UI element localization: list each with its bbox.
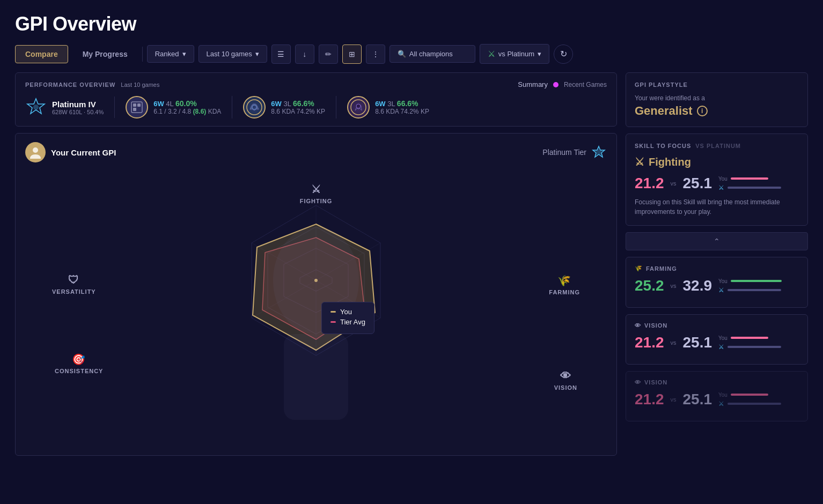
vision-2-bar-you-label: You bbox=[718, 392, 728, 398]
fighting-score-bars: You ⚔ bbox=[718, 176, 781, 191]
rank-icon bbox=[25, 97, 47, 118]
tooltip-you-row: You bbox=[330, 308, 365, 316]
refresh-button[interactable]: ↻ bbox=[554, 45, 573, 64]
svg-rect-5 bbox=[133, 108, 136, 111]
vision-2-score-vs: vs bbox=[671, 396, 677, 403]
fighting-icon: ⚔ bbox=[311, 183, 321, 196]
ranked-dropdown[interactable]: Ranked ▾ bbox=[147, 45, 194, 63]
rank-name: Platinum IV bbox=[52, 100, 104, 109]
vision-2-bar-avg bbox=[728, 403, 781, 405]
toolbar: Compare My Progress Ranked ▾ Last 10 gam… bbox=[15, 44, 808, 64]
fighting-score-vs: vs bbox=[671, 180, 677, 187]
vision-bar-avg-row: ⚔ bbox=[718, 343, 781, 351]
perf-body: Platinum IV 628W 610L · 50.4% bbox=[25, 96, 607, 118]
performance-overview: PERFORMANCE OVERVIEW Last 10 games Summa… bbox=[15, 72, 617, 127]
perf-header: PERFORMANCE OVERVIEW Last 10 games Summa… bbox=[25, 80, 607, 88]
versatility-label: 🛡 VERSATILITY bbox=[52, 274, 96, 295]
radar-svg bbox=[166, 173, 466, 441]
rank-info: Platinum IV 628W 610L · 50.4% bbox=[52, 100, 104, 115]
vision-2-bar-you-row: You bbox=[718, 392, 781, 398]
tooltip-you-label: You bbox=[340, 308, 352, 316]
wins-1: 6W bbox=[153, 100, 164, 108]
vision-score-avg: 25.1 bbox=[683, 334, 712, 351]
tooltip-avg-dot bbox=[330, 321, 336, 323]
consistency-label: 🎯 CONSISTENCY bbox=[55, 353, 103, 374]
farming-icon: 🌾 bbox=[557, 274, 571, 287]
champ1-kda: 8.6 KDA 74.2% KP bbox=[271, 108, 325, 115]
grid-icon[interactable]: ⊞ bbox=[342, 45, 362, 64]
perf-title: PERFORMANCE OVERVIEW bbox=[25, 81, 115, 88]
vision-card-2: 👁 VISION 21.2 vs 25.1 You ⚔ bbox=[626, 371, 808, 421]
last-10-dropdown[interactable]: Last 10 games ▾ bbox=[199, 45, 267, 63]
fighting-score-avg: 25.1 bbox=[683, 175, 712, 192]
vision-bar-you-row: You bbox=[718, 335, 781, 341]
gpi-playstyle-card: GPI PLAYSTYLE Your were identified as a … bbox=[626, 72, 808, 127]
fighting-bar-you-label: You bbox=[718, 176, 728, 182]
rank-section: Platinum IV 628W 610L · 50.4% bbox=[25, 97, 115, 118]
platinum-tier-label: Platinum Tier bbox=[542, 148, 586, 157]
fighting-bar-you bbox=[731, 177, 768, 180]
champ2-info: 6W 3L 66.6% 8.6 KDA bbox=[375, 99, 429, 115]
compare-tab[interactable]: Compare bbox=[15, 45, 68, 63]
right-panel: GPI PLAYSTYLE Your were identified as a … bbox=[626, 72, 808, 456]
vision-title: 👁 VISION bbox=[635, 322, 799, 329]
champ2-kda: 8.6 KDA 74.2% KP bbox=[375, 108, 429, 115]
fighting-score-you: 21.2 bbox=[635, 175, 664, 192]
vision-bar-you-label: You bbox=[718, 335, 728, 341]
playstyle-info-icon[interactable]: i bbox=[697, 106, 708, 116]
generalist-label: Generalist i bbox=[635, 104, 799, 118]
summary-label[interactable]: Summary bbox=[518, 80, 548, 88]
page-title: GPI Overview bbox=[15, 13, 808, 35]
svg-point-27 bbox=[314, 279, 318, 282]
search-bar[interactable]: 🔍 All champions bbox=[390, 45, 475, 63]
champ2-section: 6W 3L 66.6% 8.6 KDA bbox=[336, 96, 440, 118]
champ1-wl: 6W 3L 66.6% bbox=[271, 99, 325, 108]
svg-point-7 bbox=[252, 105, 256, 109]
vs-platinum-dropdown[interactable]: ⚔ vs Platinum ▾ bbox=[480, 44, 549, 64]
farming-bar-avg-row: ⚔ bbox=[718, 286, 782, 294]
gpi-playstyle-title: GPI PLAYSTYLE bbox=[635, 81, 799, 88]
recent-games-label[interactable]: Recent Games bbox=[564, 81, 607, 88]
losses-1-val: 4L bbox=[166, 100, 173, 108]
fighting-label: ⚔ FIGHTING bbox=[300, 183, 333, 204]
vision-2-score-avg: 25.1 bbox=[683, 391, 712, 408]
perf-header-right: Summary Recent Games bbox=[518, 80, 607, 88]
collapse-button[interactable]: ⌃ bbox=[626, 232, 808, 250]
vision-bar-avg-icon: ⚔ bbox=[718, 343, 724, 351]
farming-score-avg: 32.9 bbox=[683, 277, 712, 294]
champ1-info: 6W 3L 66.6% 8.6 KDA 74.2% bbox=[271, 99, 325, 115]
stat1-info: 6W 4L 60.0% 6.1 / 3.2 / 4.8 (8.6) KDA bbox=[153, 99, 221, 115]
your-gpi: Your Current GPI bbox=[25, 142, 116, 162]
vision-card: 👁 VISION 21.2 vs 25.1 You ⚔ bbox=[626, 314, 808, 365]
vision-2-title: 👁 VISION bbox=[635, 379, 799, 386]
vision-2-score-you: 21.2 bbox=[635, 391, 664, 408]
edit-icon[interactable]: ✏ bbox=[319, 45, 338, 64]
champ1-icon bbox=[243, 96, 266, 118]
champ2-icon bbox=[347, 96, 370, 118]
tooltip-you-dot bbox=[330, 311, 336, 313]
fighting-bar-avg bbox=[728, 187, 781, 189]
perf-header-left: PERFORMANCE OVERVIEW Last 10 games bbox=[25, 81, 159, 88]
svg-point-1 bbox=[33, 105, 39, 110]
perf-subtitle: Last 10 games bbox=[121, 81, 159, 88]
versatility-icon: 🛡 bbox=[68, 274, 79, 286]
skill-focus-title: SKILL TO FOCUS vs Platinum bbox=[635, 143, 799, 149]
fighting-bar-you-row: You bbox=[718, 176, 781, 182]
farming-title: 🌾 FARMING bbox=[635, 265, 799, 272]
queue-icon bbox=[126, 96, 148, 118]
farming-bar-you-row: You bbox=[718, 278, 782, 284]
vision-2-score-compare: 21.2 vs 25.1 You ⚔ bbox=[635, 391, 799, 408]
info-icon-toolbar[interactable]: ⋮ bbox=[366, 45, 385, 64]
vision-score-vs: vs bbox=[671, 339, 677, 346]
view-icon-1[interactable]: ☰ bbox=[271, 45, 291, 64]
vision-2-bar-you bbox=[731, 394, 768, 396]
farming-bar-avg bbox=[728, 289, 781, 291]
farming-score-vs: vs bbox=[671, 283, 677, 289]
farming-card: 🌾 FARMING 25.2 vs 32.9 You ⚔ bbox=[626, 257, 808, 308]
fighting-skill-label: ⚔ Fighting bbox=[635, 155, 799, 168]
my-progress-tab[interactable]: My Progress bbox=[72, 45, 138, 63]
svg-rect-2 bbox=[131, 102, 142, 113]
sort-icon[interactable]: ↓ bbox=[295, 45, 314, 64]
farming-score-bars: You ⚔ bbox=[718, 278, 782, 294]
vision-score-you: 21.2 bbox=[635, 334, 664, 351]
